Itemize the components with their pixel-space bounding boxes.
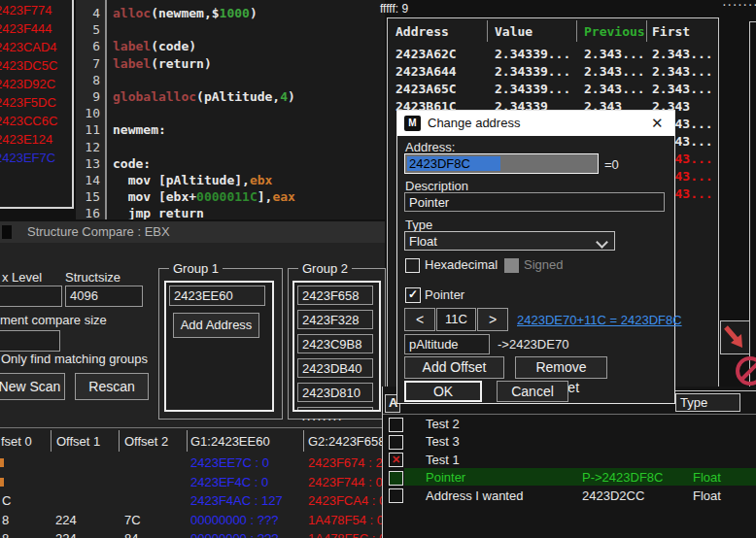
g2-cell[interactable]: 2423FCA4 : 0 xyxy=(308,493,385,508)
structsize-input[interactable]: 4096 xyxy=(65,286,143,307)
scan-cell-first[interactable]: 2.343... xyxy=(652,82,713,96)
column-divider[interactable] xyxy=(187,430,188,452)
column-divider[interactable] xyxy=(303,430,304,452)
scan-cell-address[interactable]: 2423A62C xyxy=(395,47,457,61)
ok-button[interactable]: OK xyxy=(404,381,482,402)
offset-input[interactable]: 11C xyxy=(436,308,476,331)
column-divider[interactable] xyxy=(119,430,120,452)
scan-cell-address[interactable]: 2423A65C xyxy=(395,82,457,96)
group1-item[interactable]: 2423EE60 xyxy=(169,286,265,306)
code-line[interactable]: mov [ebx+0000011C],eax xyxy=(113,189,295,204)
dialog-titlebar[interactable]: M Change address ✕ xyxy=(397,111,674,136)
group2-item[interactable]: 2423F328 xyxy=(297,310,373,329)
add-offset-button[interactable]: Add Offset xyxy=(404,356,504,379)
offset0-cell[interactable]: C xyxy=(2,493,47,508)
offsets-header-g2[interactable]: G2:2423F658 xyxy=(308,434,385,449)
offset2-cell[interactable]: 7C xyxy=(124,513,183,527)
group2-item[interactable]: 2423C9B8 xyxy=(297,334,373,353)
scan-cell-first[interactable]: 2.343... xyxy=(652,64,713,79)
address-list-item[interactable]: 2423D92C xyxy=(0,77,55,91)
offset1-cell[interactable]: 224 xyxy=(55,531,114,538)
cheat-table-window[interactable]: A Type Test 2Test 3✕Test 1PointerP->2423… xyxy=(382,387,756,538)
g1-cell[interactable]: 2423EF4C : 0 xyxy=(190,475,299,489)
offsets-header-g1[interactable]: G1:2423EE60 xyxy=(190,434,270,449)
g2-cell[interactable]: 2423F744 : 0 xyxy=(308,475,385,489)
column-divider[interactable] xyxy=(51,430,52,452)
entry-checkbox[interactable]: ✕ xyxy=(389,453,403,467)
entry-description[interactable]: Test 2 xyxy=(426,417,460,431)
g2-cell[interactable]: 1A478F5C : 0 xyxy=(308,531,385,538)
offset1-cell[interactable]: 224 xyxy=(55,513,114,527)
entry-type[interactable]: Float xyxy=(693,488,721,503)
code-line[interactable]: label(return) xyxy=(113,56,212,71)
address-list-item[interactable]: 2423CAD4 xyxy=(0,40,57,54)
code-line[interactable]: globalalloc(pAltitude,4) xyxy=(113,89,295,104)
group2-item[interactable]: 2423D810 xyxy=(297,383,373,402)
scan-header-address[interactable]: Address xyxy=(395,24,449,39)
max-level-input[interactable] xyxy=(0,286,62,307)
cancel-button[interactable]: Cancel xyxy=(497,381,568,402)
entry-value[interactable]: P->2423DF8C xyxy=(582,470,663,485)
entry-checkbox[interactable] xyxy=(389,418,403,432)
code-line[interactable]: label(code) xyxy=(113,39,196,53)
found-address-list[interactable]: 2423F7742423F4442423CAD42423DC5C2423D92C… xyxy=(0,0,74,209)
entry-value[interactable]: 2423D2CC xyxy=(582,488,644,503)
type-column-header[interactable]: Type xyxy=(675,393,740,412)
code-line[interactable]: newmem: xyxy=(113,122,166,137)
add-address-button[interactable]: Add Address xyxy=(173,313,259,338)
address-input[interactable]: 2423DF8C xyxy=(404,153,599,174)
hexadecimal-label[interactable]: Hexadecimal xyxy=(425,257,498,272)
no-entry-icon[interactable] xyxy=(736,356,756,386)
code-line[interactable]: jmp return xyxy=(113,206,204,219)
offset2-cell[interactable]: 84 xyxy=(124,531,183,538)
entry-description[interactable]: Test 3 xyxy=(426,434,460,449)
hexadecimal-checkbox[interactable] xyxy=(405,258,420,273)
g1-cell[interactable]: 00000000 : ??? xyxy=(190,531,299,538)
code-line[interactable]: mov [pAltitude],ebx xyxy=(113,173,272,187)
auto-assembler-editor[interactable]: 45678910111213141516 alloc(newmem,$1000)… xyxy=(76,0,385,219)
group1-list[interactable]: 2423EE60 Add Address xyxy=(164,281,274,412)
g2-cell[interactable]: 1A478F54 : 0 xyxy=(308,513,385,527)
group2-item[interactable]: 2423F658 xyxy=(297,286,373,305)
offsets-header-o1[interactable]: Offset 1 xyxy=(56,434,100,449)
entry-checkbox[interactable] xyxy=(389,435,403,450)
remove-offset-button[interactable]: Remove Offset xyxy=(515,356,607,379)
matching-groups-label[interactable]: Only find matching groups xyxy=(1,352,148,366)
scan-cell-address[interactable]: 2423A644 xyxy=(395,64,457,79)
scan-cell-value[interactable]: 2.34339... xyxy=(495,47,570,61)
structure-compare-titlebar[interactable]: Structure Compare : EBX xyxy=(0,221,385,243)
address-list-item[interactable]: 2423CC6C xyxy=(0,114,57,128)
code-line[interactable]: alloc(newmem,$1000) xyxy=(113,6,258,20)
address-list-item[interactable]: 2423DC5C xyxy=(0,58,57,73)
group2-list[interactable]: 2423F6582423F3282423C9B82423DB402423D810 xyxy=(292,281,381,412)
close-icon[interactable]: ✕ xyxy=(651,115,664,132)
offset-decrease-button[interactable]: < xyxy=(404,308,435,331)
group2-item-partial[interactable] xyxy=(297,407,373,412)
scan-cell-value[interactable]: 2.34339... xyxy=(495,64,570,79)
column-divider[interactable] xyxy=(487,20,488,42)
scan-header-value[interactable]: Value xyxy=(495,24,533,39)
structure-compare-results[interactable]: fset 0 Offset 1 Offset 2 G1:2423EE60 G2:… xyxy=(0,427,385,538)
offset0-cell[interactable]: 8 xyxy=(2,513,47,527)
rescan-button[interactable]: Rescan xyxy=(75,373,149,400)
scan-header-previous[interactable]: Previous xyxy=(584,24,645,39)
scan-cell-previous[interactable]: 2.343... xyxy=(584,47,645,61)
pointer-base-input[interactable]: pAltitude xyxy=(404,334,490,354)
g2-cell[interactable]: 2423F674 : 275 xyxy=(308,455,385,470)
address-list-item[interactable]: 2423F444 xyxy=(0,21,52,36)
column-divider[interactable] xyxy=(646,20,647,42)
entry-description[interactable]: Pointer xyxy=(426,470,465,485)
scan-cell-first[interactable]: 2.343... xyxy=(652,47,713,61)
g1-cell[interactable]: 2423EE7C : 0 xyxy=(190,455,299,470)
address-list-item[interactable]: 2423E124 xyxy=(0,132,52,147)
g1-cell[interactable]: 00000000 : ??? xyxy=(190,513,299,527)
offset-increase-button[interactable]: > xyxy=(477,308,508,331)
offsets-header-o0[interactable]: fset 0 xyxy=(1,434,32,449)
code-line[interactable]: code: xyxy=(113,156,151,171)
type-select[interactable]: Float xyxy=(404,231,615,251)
jump-arrow-button[interactable] xyxy=(720,320,750,354)
column-divider[interactable] xyxy=(576,20,577,42)
entry-checkbox[interactable] xyxy=(389,488,403,503)
address-list-item[interactable]: 2423F5DC xyxy=(0,95,56,110)
pointer-label[interactable]: Pointer xyxy=(425,287,464,302)
